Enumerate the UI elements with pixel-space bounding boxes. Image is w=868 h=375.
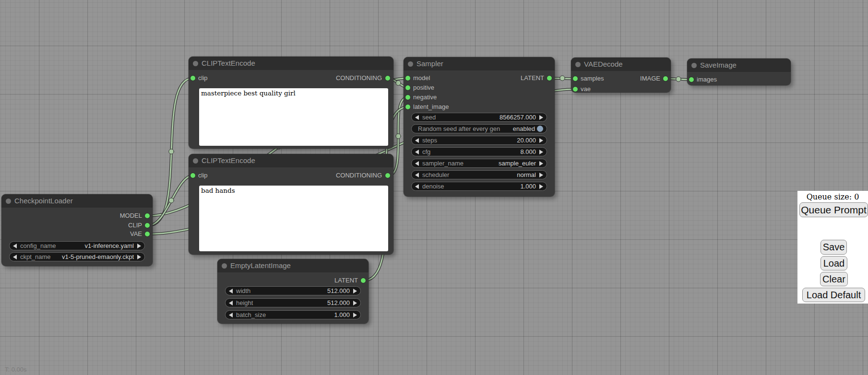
output-port-latent[interactable] (547, 76, 552, 81)
increment-arrow-icon[interactable] (539, 150, 543, 154)
increment-arrow-icon[interactable] (539, 115, 543, 120)
node-title-bar[interactable]: VAEDecode (571, 58, 671, 71)
decrement-arrow-icon[interactable] (415, 115, 419, 120)
output-label-image: IMAGE (640, 75, 660, 82)
input-port-clip[interactable] (190, 173, 195, 178)
output-label-latent: LATENT (334, 277, 358, 284)
widget-ckpt-name[interactable]: ckpt_name v1-5-pruned-emaonly.ckpt (9, 252, 145, 261)
input-label-latent-image: latent_image (413, 103, 449, 110)
widget-sampler-name[interactable]: sampler_name sample_euler (411, 159, 547, 168)
input-port-negative[interactable] (405, 95, 410, 100)
increment-arrow-icon[interactable] (539, 184, 543, 189)
widget-label: batch_size (236, 311, 266, 318)
widget-width[interactable]: width 512.000 (225, 286, 361, 295)
node-title-bar[interactable]: CheckpointLoader (1, 194, 153, 208)
node-title-bar[interactable]: Sampler (404, 57, 555, 70)
output-port-clip[interactable] (145, 223, 150, 228)
output-port-conditioning[interactable] (385, 76, 390, 81)
decrement-arrow-icon[interactable] (415, 138, 419, 143)
node-clip-text-encode-negative[interactable]: CLIPTextEncode clip CONDITIONING bad han… (189, 154, 393, 255)
node-checkpoint-loader[interactable]: CheckpointLoader MODEL CLIP VAE config_n… (1, 194, 153, 266)
widget-config-name[interactable]: config_name v1-inference.yaml (9, 241, 145, 250)
output-port-vae[interactable] (145, 232, 150, 236)
widget-label: width (236, 287, 250, 294)
increment-arrow-icon[interactable] (353, 301, 357, 305)
load-default-button[interactable]: Load Default (802, 288, 865, 302)
input-port-vae[interactable] (573, 87, 578, 92)
increment-arrow-icon[interactable] (539, 161, 543, 166)
collapse-dot-icon[interactable] (222, 263, 227, 269)
widget-scheduler[interactable]: scheduler normal (411, 170, 547, 179)
widget-value: 1.000 (334, 311, 350, 318)
decrement-arrow-icon[interactable] (415, 161, 419, 166)
widget-label: steps (422, 137, 437, 144)
negative-prompt-textarea[interactable]: bad hands (199, 186, 388, 251)
widget-random-seed-toggle[interactable]: Random seed after every gen enabled (411, 124, 547, 133)
input-port-images[interactable] (689, 77, 694, 82)
output-port-conditioning[interactable] (385, 173, 390, 178)
increment-arrow-icon[interactable] (539, 138, 543, 143)
render-time-label: T: 0.00s (5, 366, 27, 373)
widget-value: 8.000 (520, 148, 536, 155)
input-port-latent-image[interactable] (405, 105, 410, 109)
node-save-image[interactable]: SaveImage images (687, 59, 791, 85)
input-port-clip[interactable] (190, 76, 195, 81)
increment-arrow-icon[interactable] (539, 173, 543, 177)
clear-button[interactable]: Clear (820, 272, 848, 286)
save-button[interactable]: Save (820, 240, 847, 255)
node-title-bar[interactable]: CLIPTextEncode (189, 57, 393, 70)
collapse-dot-icon[interactable] (6, 199, 11, 204)
node-title: Sampler (416, 59, 443, 68)
queue-prompt-button[interactable]: Queue Prompt (799, 202, 868, 217)
collapse-dot-icon[interactable] (575, 62, 581, 67)
widget-batch-size[interactable]: batch_size 1.000 (225, 310, 361, 319)
widget-steps[interactable]: steps 20.000 (411, 136, 547, 145)
decrement-arrow-icon[interactable] (229, 301, 233, 305)
node-title-bar[interactable]: EmptyLatentImage (217, 259, 369, 272)
collapse-dot-icon[interactable] (193, 61, 198, 66)
decrement-arrow-icon[interactable] (229, 289, 233, 293)
decrement-arrow-icon[interactable] (415, 150, 419, 154)
node-clip-text-encode-positive[interactable]: CLIPTextEncode clip CONDITIONING masterp… (189, 57, 393, 149)
increment-arrow-icon[interactable] (137, 244, 141, 248)
increment-arrow-icon[interactable] (137, 255, 141, 259)
input-label-clip: clip (198, 172, 208, 179)
decrement-arrow-icon[interactable] (13, 244, 17, 248)
collapse-dot-icon[interactable] (193, 158, 198, 164)
node-title-bar[interactable]: CLIPTextEncode (189, 154, 393, 167)
widget-value: v1-inference.yaml (84, 242, 134, 249)
widget-denoise[interactable]: denoise 1.000 (411, 182, 547, 191)
increment-arrow-icon[interactable] (353, 289, 357, 293)
output-port-model[interactable] (145, 213, 150, 218)
node-editor-canvas[interactable]: T: 0.00s CheckpointLoader MODEL CLIP VAE… (0, 0, 868, 375)
node-vae-decode[interactable]: VAEDecode samples vae IMAGE (571, 58, 671, 93)
increment-arrow-icon[interactable] (353, 313, 357, 317)
widget-height[interactable]: height 512.000 (225, 298, 361, 307)
decrement-arrow-icon[interactable] (13, 255, 17, 259)
widget-cfg[interactable]: cfg 8.000 (411, 147, 547, 156)
widget-value: sample_euler (499, 160, 536, 167)
widget-label: seed (422, 114, 436, 121)
output-port-latent[interactable] (361, 278, 366, 283)
decrement-arrow-icon[interactable] (415, 173, 419, 177)
node-title-bar[interactable]: SaveImage (687, 59, 791, 72)
input-port-model[interactable] (405, 76, 410, 81)
widget-value: 512.000 (327, 287, 350, 294)
collapse-dot-icon[interactable] (408, 61, 413, 67)
toggle-dot-icon[interactable] (537, 126, 543, 132)
node-title: VAEDecode (584, 60, 623, 68)
positive-prompt-textarea[interactable]: masterpiece best quality girl (199, 88, 388, 146)
decrement-arrow-icon[interactable] (229, 313, 233, 317)
node-empty-latent-image[interactable]: EmptyLatentImage LATENT width 512.000 he… (217, 259, 369, 324)
node-title: CLIPTextEncode (202, 156, 255, 164)
input-port-positive[interactable] (405, 85, 410, 90)
widget-seed[interactable]: seed 8566257.000 (411, 113, 547, 122)
load-button[interactable]: Load (820, 256, 847, 270)
input-port-samples[interactable] (573, 76, 578, 81)
collapse-dot-icon[interactable] (691, 63, 697, 68)
decrement-arrow-icon[interactable] (415, 184, 419, 189)
output-port-image[interactable] (663, 76, 668, 81)
queue-menu-panel: Queue size: 0 Queue Prompt Save Load Cle… (797, 191, 868, 304)
node-sampler[interactable]: Sampler model positive negative latent_i… (404, 57, 555, 197)
output-label-vae: VAE (130, 230, 142, 237)
